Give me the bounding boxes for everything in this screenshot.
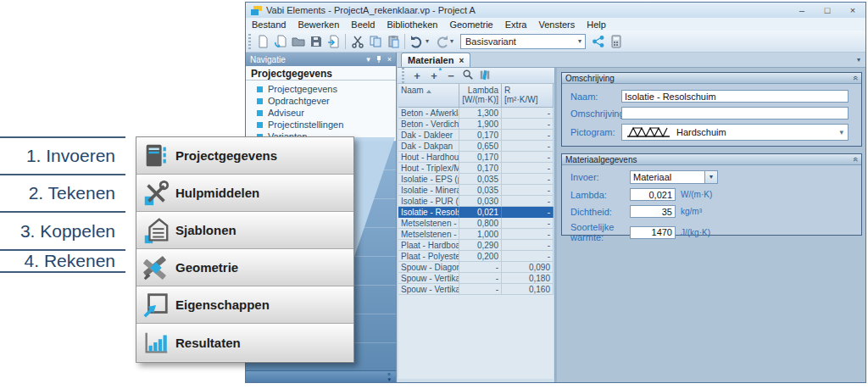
open-file-button[interactable] bbox=[271, 32, 289, 50]
workflow-phases: 1. Invoeren 2. Tekenen 3. Koppelen 4. Re… bbox=[0, 136, 125, 273]
material-row[interactable]: Isolatie - Resolsc 0,021 - bbox=[398, 207, 554, 218]
materiaalgegevens-header[interactable]: Materiaalgegevens « bbox=[562, 154, 861, 165]
menu-item[interactable]: Bewerken bbox=[292, 19, 345, 30]
chevron-down-icon[interactable]: ▾ bbox=[575, 37, 585, 45]
tab-materialen[interactable]: Materialen × bbox=[401, 53, 470, 67]
combo-arrow-icon[interactable]: ▼ bbox=[704, 171, 717, 183]
material-row[interactable]: Beton - Verdicht g 1,900 - bbox=[398, 119, 554, 130]
close-button[interactable]: × bbox=[840, 3, 865, 17]
callout-wedge bbox=[354, 137, 395, 257]
share-button[interactable] bbox=[589, 32, 607, 50]
paste-button[interactable] bbox=[384, 32, 402, 50]
callout-button[interactable]: Projectgegevens bbox=[136, 137, 353, 175]
variant-combobox[interactable]: Basisvariant ▾ bbox=[460, 34, 586, 49]
callout-button[interactable]: Hulpmiddelen bbox=[136, 175, 353, 212]
open-folder-button[interactable] bbox=[289, 32, 307, 50]
new-file-button[interactable] bbox=[253, 32, 271, 50]
library-button[interactable] bbox=[478, 69, 492, 83]
callout-button[interactable]: Eigenschappen bbox=[136, 286, 353, 324]
material-row[interactable]: Spouw - Vertikaal - 0,160 bbox=[398, 284, 554, 295]
panel-dropdown-icon[interactable]: ▾ bbox=[366, 55, 370, 64]
variant-value: Basisvariant bbox=[465, 36, 516, 47]
panel-close-icon[interactable]: × bbox=[387, 55, 392, 64]
callout-button[interactable]: Geometrie bbox=[136, 249, 353, 286]
pictogram-dropdown[interactable]: Hardschuim ▾ bbox=[621, 124, 849, 141]
material-row[interactable]: Metselstenen - K 1,000 - bbox=[398, 229, 554, 240]
material-row[interactable]: Isolatie - Minerale 0,035 - bbox=[398, 185, 554, 196]
title-bar[interactable]: Vabi Elements - ProjectA_rekenklaar.vp -… bbox=[246, 3, 865, 18]
navigation-callout: Projectgegevens Hulpmiddelen Sjablonen G… bbox=[136, 136, 354, 363]
naam-input[interactable] bbox=[621, 90, 849, 103]
material-row[interactable]: Isolatie - PUR (po 0,030 - bbox=[398, 196, 554, 207]
material-row[interactable]: Dak - Dakpan 0,650 - bbox=[398, 141, 554, 152]
field-label: Soortelijke warmte: bbox=[562, 222, 630, 242]
navigation-item[interactable]: Projectinstellingen bbox=[246, 119, 396, 131]
add-special-material-button[interactable]: + * bbox=[427, 69, 441, 82]
toolbar-grip[interactable] bbox=[402, 68, 404, 83]
navigation-list: Projectgegevens Opdrachtgever Adviseur P… bbox=[246, 81, 396, 142]
material-row[interactable]: Plaat - Hardboard 0,290 - bbox=[398, 240, 554, 251]
column-header-r[interactable]: R[m²·K/W] bbox=[502, 84, 554, 107]
field-value-input[interactable] bbox=[630, 226, 676, 239]
menu-item[interactable]: Beeld bbox=[345, 19, 381, 30]
redo-button[interactable] bbox=[432, 32, 450, 50]
material-row[interactable]: Spouw - Vertikaal - 0,180 bbox=[398, 273, 554, 284]
callout-button[interactable]: Sjablonen bbox=[136, 212, 353, 249]
pin-icon[interactable] bbox=[376, 55, 382, 64]
menu-item[interactable]: Bibliotheken bbox=[381, 19, 443, 30]
invoer-combobox[interactable]: Materiaal ▼ bbox=[630, 170, 718, 184]
collapse-chevrons-icon[interactable]: « bbox=[851, 75, 860, 81]
column-header-lambda[interactable]: Lambda[W/(m·K)] bbox=[459, 84, 502, 107]
chevron-down-overflow-icon[interactable]: ▾ bbox=[387, 377, 391, 382]
field-value-input[interactable] bbox=[630, 205, 676, 218]
omschrijving-input[interactable] bbox=[621, 107, 849, 119]
redo-dropdown-arrow[interactable]: ▾ bbox=[450, 37, 457, 45]
navigation-item[interactable]: Adviseur bbox=[246, 107, 396, 119]
remove-material-button[interactable]: − bbox=[444, 69, 458, 82]
column-header-naam[interactable]: Naam bbox=[398, 84, 459, 107]
material-row[interactable]: Spouw - Diagona - 0,090 bbox=[398, 262, 554, 273]
navigation-item[interactable]: Opdrachtgever bbox=[246, 95, 396, 107]
geometry-icon bbox=[136, 253, 175, 282]
material-row[interactable]: Metselstenen - B 0,800 - bbox=[398, 218, 554, 229]
maximize-button[interactable]: □ bbox=[815, 3, 840, 17]
cut-button[interactable] bbox=[348, 32, 366, 50]
minimize-button[interactable]: – bbox=[789, 3, 815, 17]
collapse-chevrons-icon[interactable]: « bbox=[851, 157, 860, 162]
undo-button[interactable] bbox=[408, 32, 426, 50]
omschrijving-groupbox: Omschrijving « Naam: Omschrijving: Picto… bbox=[561, 72, 862, 147]
tabstrip-dropdown-icon[interactable]: ▾ bbox=[857, 56, 865, 67]
calculator-button[interactable] bbox=[607, 32, 625, 50]
properties-icon bbox=[136, 291, 175, 320]
document-tab-strip: Materialen × ▾ bbox=[398, 53, 865, 68]
chevron-down-icon[interactable]: ▾ bbox=[839, 128, 843, 136]
copy-icon bbox=[369, 35, 382, 48]
toolbar-grip[interactable] bbox=[248, 34, 251, 49]
field-value-input[interactable] bbox=[630, 188, 676, 201]
add-material-button[interactable]: + bbox=[410, 69, 424, 82]
navigation-overflow-bar[interactable]: » ▾ bbox=[246, 370, 396, 382]
save-button[interactable] bbox=[307, 32, 325, 50]
menu-item[interactable]: Help bbox=[581, 19, 612, 30]
copy-button[interactable] bbox=[366, 32, 384, 50]
menu-item[interactable]: Vensters bbox=[532, 19, 581, 30]
callout-button[interactable]: Resultaten bbox=[136, 324, 353, 361]
material-row[interactable]: Hout - Triplex/Mul 0,170 - bbox=[398, 163, 554, 174]
menu-item[interactable]: Geometrie bbox=[443, 19, 498, 30]
templates-icon bbox=[136, 216, 175, 245]
menu-item[interactable]: Extra bbox=[499, 19, 533, 30]
navigation-item[interactable]: Projectgegevens bbox=[246, 83, 396, 95]
menu-item[interactable]: Bestand bbox=[246, 19, 292, 30]
material-row[interactable]: Beton - Afwerklaa 1,300 - bbox=[398, 108, 554, 119]
material-row[interactable]: Plaat - Polyesterp 0,200 - bbox=[398, 251, 554, 262]
materials-table-body: Beton - Afwerklaa 1,300 - Beton - Verdic… bbox=[398, 108, 554, 295]
export-file-button[interactable] bbox=[325, 32, 342, 50]
omschrijving-header[interactable]: Omschrijving « bbox=[562, 73, 861, 84]
omschrijving-label: Omschrijving: bbox=[562, 108, 621, 119]
undo-dropdown-arrow[interactable]: ▾ bbox=[426, 37, 432, 45]
search-button[interactable] bbox=[461, 69, 475, 83]
material-row[interactable]: Isolatie - EPS (po 0,035 - bbox=[398, 174, 554, 185]
material-row[interactable]: Hout - Hardhout 0,170 - bbox=[398, 152, 554, 163]
tab-close-icon[interactable]: × bbox=[459, 56, 464, 65]
material-row[interactable]: Dak - Dakleer 0,170 - bbox=[398, 130, 554, 141]
